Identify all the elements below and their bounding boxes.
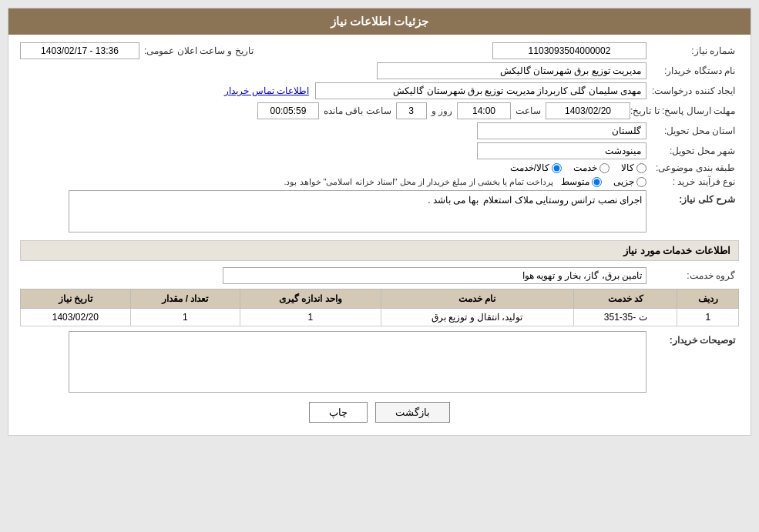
ijad-konande-value: مهدی سلیمان گلی کاربرداز مدیریت توزیع بر…: [315, 82, 646, 99]
mohlat-roz-value: 3: [396, 102, 427, 119]
ostan-value: گلستان: [477, 122, 646, 139]
mohlat-saat-value: 14:00: [457, 102, 511, 119]
page-title: جزئیات اطلاعات نیاز: [331, 15, 428, 28]
ijad-konande-link[interactable]: اطلاعات تماس خریدار: [224, 85, 309, 96]
col-radif: ردیف: [677, 289, 739, 309]
tabaqeh-label: طبقه بندی موضوعی:: [646, 162, 739, 173]
shahr-label: شهر محل تحویل:: [646, 146, 739, 156]
radio-kala: کالا: [621, 162, 646, 173]
nam-dastgah-value: مدیریت توزیع برق شهرستان گالیکش: [377, 62, 646, 79]
radio-jozi-input[interactable]: [636, 177, 646, 187]
ijad-konande-label: ایجاد کننده درخواست:: [646, 85, 739, 96]
tosifat-textarea[interactable]: [69, 331, 646, 393]
col-nam: نام خدمت: [381, 289, 573, 309]
action-buttons: بازگشت چاپ: [20, 402, 739, 423]
grooh-khadamat-input[interactable]: [223, 267, 646, 284]
radio-khadamat-label: خدمت: [573, 162, 597, 173]
col-tarikh: تاریخ نیاز: [21, 289, 131, 309]
radio-kala-input[interactable]: [636, 163, 646, 173]
radio-motavasset-input[interactable]: [592, 177, 602, 187]
cell-nam: تولید، انتقال و توزیع برق: [381, 309, 573, 326]
shomara-niyaz-label: شماره نیاز:: [646, 45, 739, 56]
khadamat-section-title: اطلاعات خدمات مورد نیاز: [20, 240, 739, 261]
radio-jozi: جزیی: [613, 176, 646, 187]
tarikh-label: تاریخ و ساعت اعلان عمومی:: [139, 45, 257, 56]
radio-khadamat-input[interactable]: [599, 163, 610, 173]
noe-farayand-label: نوع فرآیند خرید :: [646, 176, 739, 187]
nam-dastgah-label: نام دستگاه خریدار:: [646, 65, 739, 76]
noe-farayand-desc: پرداخت تمام یا بخشی از مبلغ خریدار از مح…: [284, 177, 561, 187]
sharh-koli-label: شرح کلی نیاز:: [646, 190, 739, 205]
radio-kala-khadamat: کالا/خدمت: [510, 162, 562, 173]
col-kod: کد خدمت: [573, 289, 677, 309]
radio-kala-khadamat-input[interactable]: [552, 163, 562, 173]
shomara-niyaz-value: 1103093504000002: [492, 42, 646, 59]
back-button[interactable]: بازگشت: [375, 402, 450, 423]
mohlat-baghimande-value: 00:05:59: [257, 102, 319, 119]
print-button[interactable]: چاپ: [309, 402, 368, 423]
grooh-khadamat-label: گروه خدمت:: [646, 270, 739, 281]
radio-kala-label: کالا: [621, 162, 634, 173]
table-row: 1 ت -35-351 تولید، انتقال و توزیع برق 1 …: [21, 309, 739, 326]
mohlat-baghimande-label: ساعت باقی مانده: [319, 105, 396, 116]
services-table: ردیف کد خدمت نام خدمت واحد اندازه گیری ت…: [20, 289, 739, 326]
tosifat-label: توصیحات خریدار:: [646, 331, 739, 346]
cell-tedad: 1: [130, 309, 240, 326]
cell-vahed: 1: [240, 309, 381, 326]
sharh-koli-textarea[interactable]: اجرای نصب ترانس روستایی ملاک استعلام بها…: [69, 190, 646, 233]
ostan-label: استان محل تحویل:: [646, 125, 739, 136]
radio-motavasset-label: متوسط: [561, 176, 589, 187]
mohlat-roz-label: روز و: [427, 105, 457, 116]
mohlat-date: 1403/02/20: [546, 102, 630, 119]
mohlat-saat-label: ساعت: [511, 105, 546, 116]
cell-radif: 1: [677, 309, 739, 326]
shahr-value: مینودشت: [477, 142, 646, 159]
mohlat-label: مهلت ارسال پاسخ: تا تاریخ:: [630, 105, 739, 116]
noe-farayand-radio-group: جزیی متوسط: [561, 176, 646, 187]
tarikh-value: 1403/02/17 - 13:36: [20, 42, 139, 59]
cell-kod: ت -35-351: [573, 309, 677, 326]
col-vahed: واحد اندازه گیری: [240, 289, 381, 309]
tabaqeh-radio-group: کالا خدمت کالا/خدمت: [510, 162, 646, 173]
cell-tarikh: 1403/02/20: [21, 309, 131, 326]
page-header: جزئیات اطلاعات نیاز: [8, 8, 751, 35]
radio-kala-khadamat-label: کالا/خدمت: [510, 162, 549, 173]
radio-khadamat: خدمت: [573, 162, 610, 173]
col-tedad: تعداد / مقدار: [130, 289, 240, 309]
radio-motavasset: متوسط: [561, 176, 602, 187]
radio-jozi-label: جزیی: [613, 176, 634, 187]
